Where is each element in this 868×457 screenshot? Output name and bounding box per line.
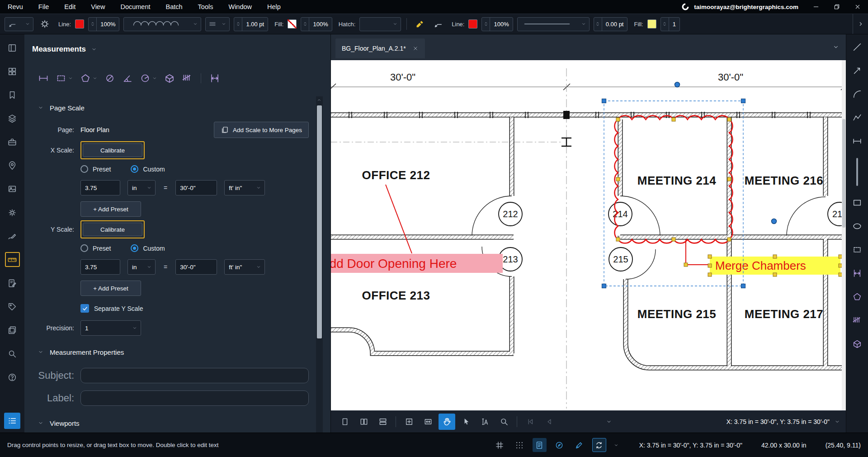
spinner-arrows-icon[interactable] <box>482 18 490 31</box>
minimize-button[interactable] <box>806 0 826 14</box>
line-style-dropdown[interactable] <box>123 17 201 31</box>
document-canvas[interactable]: 30'-0" 30'-0" <box>331 60 846 410</box>
cloud-tool-button[interactable] <box>38 17 52 31</box>
spinner-arrows-icon[interactable] <box>234 18 242 31</box>
panel-scrollbar[interactable] <box>316 96 323 433</box>
measure-area-tool[interactable] <box>80 73 98 84</box>
two-column-view-button[interactable] <box>355 414 372 430</box>
x-unit-dropdown[interactable]: in <box>127 180 156 195</box>
x-custom-radio[interactable]: Custom <box>131 165 165 173</box>
canvas-scale-status[interactable]: X: 3.75 in = 30'-0", Y: 3.75 in = 30'-0" <box>726 418 840 425</box>
reuse-markup-toggle[interactable] <box>592 438 606 452</box>
hatch-style-dropdown[interactable] <box>205 17 230 31</box>
revision-cloud-markup[interactable] <box>614 115 732 265</box>
canvas-scrollbar-thumb[interactable] <box>842 119 845 228</box>
measure-perimeter-tool[interactable] <box>56 73 73 84</box>
x-preset-radio[interactable]: Preset <box>80 165 111 173</box>
spinner-arrows-icon[interactable] <box>89 18 97 31</box>
y-calibrate-button[interactable]: Calibrate <box>83 223 142 236</box>
measure-fill-spinner[interactable]: 1 <box>660 17 680 31</box>
measure-line-width-spinner[interactable]: 0.00 pt <box>594 17 628 31</box>
sidebar-item-file-access[interactable] <box>5 40 20 55</box>
door-note-markup[interactable]: Add Door Opening Here <box>331 185 503 273</box>
panel-scrollbar-thumb[interactable] <box>317 105 322 338</box>
menu-help[interactable]: Help <box>259 0 288 14</box>
highlighter-tool-button[interactable] <box>412 17 427 31</box>
sidebar-item-signatures[interactable] <box>5 228 20 243</box>
select-tool-button[interactable] <box>458 414 474 430</box>
sidebar-item-markup-summary[interactable] <box>5 276 20 290</box>
line-color-swatch[interactable] <box>75 19 84 29</box>
y-preset-radio[interactable]: Preset <box>80 244 111 252</box>
line-width-spinner[interactable]: 1.00 pt <box>234 17 268 31</box>
toolbar-scroll-indicator[interactable] <box>856 158 858 186</box>
fit-page-button[interactable] <box>401 414 417 430</box>
tab-list-dropdown[interactable] <box>832 43 840 51</box>
fill-opacity-spinner[interactable]: 100% <box>301 17 332 31</box>
measure-radius-tool[interactable] <box>140 73 157 84</box>
callout-tool-button[interactable] <box>431 17 445 31</box>
measurement-properties-section-header[interactable]: Measurement Properties <box>24 347 330 357</box>
first-page-button[interactable] <box>522 414 538 430</box>
page-scale-section-header[interactable]: Page Scale <box>24 103 330 113</box>
separate-y-scale-row[interactable]: Separate Y Scale <box>24 304 330 313</box>
snap-markup-toggle[interactable] <box>552 438 566 452</box>
viewports-section-header[interactable]: Viewports <box>24 418 330 428</box>
measure-length-tool[interactable] <box>850 267 864 280</box>
menu-edit[interactable]: Edit <box>57 0 83 14</box>
menu-view[interactable]: View <box>83 0 113 14</box>
page-list-dropdown[interactable] <box>600 414 617 430</box>
sidebar-item-spaces[interactable] <box>5 299 20 314</box>
y-add-preset-button[interactable]: + Add Preset <box>80 281 141 296</box>
line-opacity-spinner[interactable]: 100% <box>88 17 119 31</box>
zoom-tool-button[interactable] <box>495 414 512 430</box>
x-target-unit-dropdown[interactable]: ft' in" <box>224 180 265 195</box>
measure-volume-tool[interactable] <box>164 73 175 84</box>
pan-tool-button[interactable] <box>439 414 455 430</box>
menu-tools[interactable]: Tools <box>190 0 221 14</box>
sidebar-item-search[interactable] <box>5 346 20 361</box>
add-scale-to-more-pages-button[interactable]: Add Scale to More Pages <box>214 122 309 138</box>
tool-preset-dropdown[interactable] <box>5 17 33 31</box>
measure-area-tool[interactable] <box>850 290 864 304</box>
fill-color-swatch[interactable] <box>288 19 297 29</box>
ellipse-tool[interactable] <box>850 219 864 233</box>
spinner-arrows-icon[interactable] <box>594 18 602 31</box>
select-text-button[interactable] <box>476 414 493 430</box>
close-button[interactable] <box>847 0 868 14</box>
x-calibrate-button[interactable]: Calibrate <box>83 143 142 157</box>
rectangle-tool[interactable] <box>850 196 864 209</box>
arc-tool[interactable] <box>850 87 864 101</box>
sidebar-item-tool-chest[interactable] <box>5 134 20 149</box>
y-custom-radio[interactable]: Custom <box>131 244 165 252</box>
measure-line-style-dropdown[interactable] <box>517 17 590 31</box>
sidebar-item-bookmarks[interactable] <box>5 87 20 102</box>
restore-button[interactable] <box>826 0 847 14</box>
fit-width-button[interactable] <box>420 414 436 430</box>
previous-page-button[interactable] <box>541 414 557 430</box>
label-input[interactable] <box>80 390 309 406</box>
sidebar-item-help[interactable] <box>5 370 20 385</box>
menu-file[interactable]: File <box>31 0 57 14</box>
markup-select-tool[interactable] <box>850 243 864 257</box>
scroll-up-icon[interactable] <box>316 97 322 103</box>
y-target-value-input[interactable] <box>175 259 217 275</box>
measure-fill-color-swatch[interactable] <box>647 19 656 29</box>
spinner-arrows-icon[interactable] <box>661 18 669 31</box>
count-tool[interactable] <box>182 73 193 84</box>
canvas-scrollbar[interactable] <box>842 60 846 410</box>
hatch-pattern-dropdown[interactable] <box>359 17 401 31</box>
subject-input[interactable] <box>80 368 309 383</box>
y-scale-value-input[interactable] <box>80 259 120 275</box>
toolbar-overflow-button[interactable] <box>853 14 868 34</box>
sidebar-item-flags[interactable] <box>5 181 20 196</box>
snap-content-toggle[interactable] <box>533 438 547 452</box>
sidebar-item-places[interactable] <box>5 158 20 173</box>
tab-close-button[interactable] <box>412 45 419 52</box>
panel-title-dropdown[interactable]: Measurements <box>32 43 330 55</box>
dimension-tool[interactable] <box>850 134 864 148</box>
sidebar-item-thumbnails[interactable] <box>5 64 20 79</box>
sidebar-item-settings[interactable] <box>5 205 20 220</box>
x-scale-value-input[interactable] <box>80 180 120 195</box>
measure-volume-tool[interactable] <box>850 337 864 351</box>
